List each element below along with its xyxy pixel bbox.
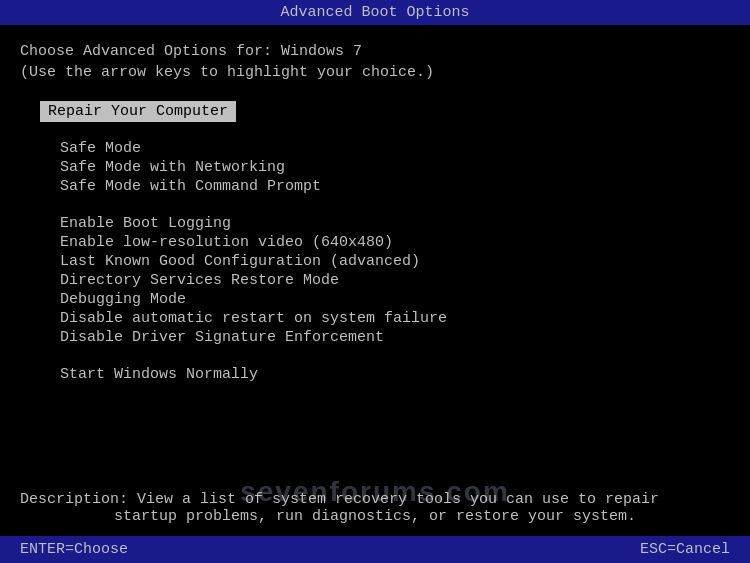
content-area: Choose Advanced Options for: Windows 7 (… [0, 25, 750, 393]
menu-item-disable-driver-signature[interactable]: Disable Driver Signature Enforcement [60, 329, 730, 346]
menu-item-start-windows[interactable]: Start Windows Normally [60, 366, 730, 383]
description-line2: startup problems, run diagnostics, or re… [20, 508, 730, 525]
description-area: Description: View a list of system recov… [0, 483, 750, 533]
menu-item-low-resolution[interactable]: Enable low-resolution video (640x480) [60, 234, 730, 251]
title-bar: Advanced Boot Options [0, 0, 750, 25]
intro-line1: Choose Advanced Options for: Windows 7 [20, 43, 730, 60]
menu-item-safe-mode-command-prompt[interactable]: Safe Mode with Command Prompt [60, 178, 730, 195]
menu-item-disable-restart[interactable]: Disable automatic restart on system fail… [60, 310, 730, 327]
menu-group-1: Safe Mode Safe Mode with Networking Safe… [20, 140, 730, 195]
intro-line2: (Use the arrow keys to highlight your ch… [20, 64, 730, 81]
title-label: Advanced Boot Options [280, 4, 469, 21]
menu-group-2: Enable Boot Logging Enable low-resolutio… [20, 215, 730, 346]
description-line1: Description: View a list of system recov… [20, 491, 730, 508]
menu-item-enable-boot-logging[interactable]: Enable Boot Logging [60, 215, 730, 232]
selected-menu-item[interactable]: Repair Your Computer [40, 101, 236, 122]
footer-enter: ENTER=Choose [20, 541, 128, 558]
footer-esc: ESC=Cancel [640, 541, 730, 558]
menu-item-last-known-good[interactable]: Last Known Good Configuration (advanced) [60, 253, 730, 270]
menu-item-safe-mode[interactable]: Safe Mode [60, 140, 730, 157]
menu-item-debugging-mode[interactable]: Debugging Mode [60, 291, 730, 308]
footer-bar: ENTER=Choose ESC=Cancel [0, 536, 750, 563]
menu-item-safe-mode-networking[interactable]: Safe Mode with Networking [60, 159, 730, 176]
menu-item-directory-services[interactable]: Directory Services Restore Mode [60, 272, 730, 289]
